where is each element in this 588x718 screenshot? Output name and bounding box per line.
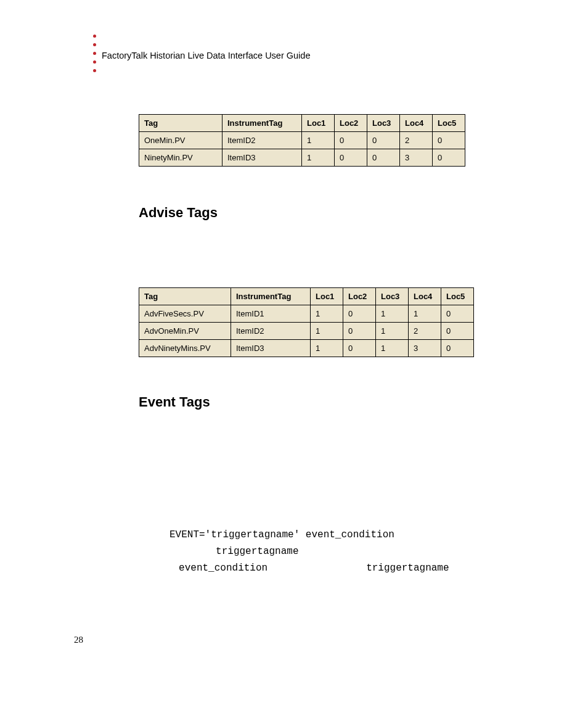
th-loc2: Loc2 [343,288,376,305]
advise-tags-table: Tag InstrumentTag Loc1 Loc2 Loc3 Loc4 Lo… [139,287,474,357]
bullet-dots [93,35,96,72]
cell-loc2: 0 [343,323,376,340]
table-row: AdvFiveSecs.PV ItemID1 1 0 1 1 0 [139,305,474,323]
cell-loc4: 2 [400,132,433,149]
table-row: OneMin.PV ItemID2 1 0 0 2 0 [139,132,465,149]
th-instrumenttag: InstrumentTag [231,288,311,305]
cell-tag: AdvFiveSecs.PV [139,305,231,323]
cell-loc5: 0 [441,323,474,340]
code-triggertagname-1: triggertagname [216,546,298,557]
cell-loc5: 0 [433,132,465,149]
code-event-condition: event_condition [179,563,267,574]
th-loc1: Loc1 [302,115,335,132]
th-loc2: Loc2 [335,115,367,132]
cell-loc5: 0 [433,149,465,167]
th-tag: Tag [139,288,231,305]
cell-tag: OneMin.PV [139,132,223,149]
cell-tag: NinetyMin.PV [139,149,223,167]
section-heading-advise: Advise Tags [139,205,539,221]
cell-loc2: 0 [343,305,376,323]
cell-inst: ItemID2 [231,323,311,340]
cell-loc4: 1 [409,305,441,323]
th-tag: Tag [139,115,223,132]
th-loc4: Loc4 [400,115,433,132]
cell-loc2: 0 [335,149,367,167]
cell-loc1: 1 [311,323,343,340]
cell-loc1: 1 [311,305,343,323]
cell-loc3: 1 [376,323,409,340]
cell-loc4: 3 [409,340,441,357]
cell-tag: AdvOneMin.PV [139,323,231,340]
cell-loc5: 0 [441,340,474,357]
polled-tags-table: Tag InstrumentTag Loc1 Loc2 Loc3 Loc4 Lo… [139,114,465,167]
cell-loc2: 0 [343,340,376,357]
table-row: AdvNinetyMins.PV ItemID3 1 0 1 3 0 [139,340,474,357]
th-loc5: Loc5 [441,288,474,305]
th-loc5: Loc5 [433,115,465,132]
cell-loc2: 0 [335,132,367,149]
cell-loc3: 1 [376,305,409,323]
cell-loc3: 0 [367,149,400,167]
cell-loc3: 0 [367,132,400,149]
cell-inst: ItemID3 [223,149,302,167]
cell-inst: ItemID2 [223,132,302,149]
table-row: NinetyMin.PV ItemID3 1 0 0 3 0 [139,149,465,167]
page-number: 28 [74,635,83,645]
cell-loc4: 2 [409,323,441,340]
code-triggertagname-2: triggertagname [366,563,449,574]
th-loc1: Loc1 [311,288,343,305]
cell-loc5: 0 [441,305,474,323]
cell-inst: ItemID3 [231,340,311,357]
th-loc3: Loc3 [367,115,400,132]
document-title: FactoryTalk Historian Live Data Interfac… [102,51,310,60]
code-event-syntax: EVENT='triggertagname' event_condition [169,529,394,540]
cell-loc4: 3 [400,149,433,167]
table-row: AdvOneMin.PV ItemID2 1 0 1 2 0 [139,323,474,340]
code-line-2: where xxxxtriggertagname [139,543,539,559]
code-line-3: and xevent_condition xxxxxxxxxxxxx xx xx… [139,559,539,576]
cell-loc1: 1 [311,340,343,357]
th-instrumenttag: InstrumentTag [223,115,302,132]
cell-loc1: 1 [302,149,335,167]
th-loc4: Loc4 [409,288,441,305]
cell-inst: ItemID1 [231,305,311,323]
cell-tag: AdvNinetyMins.PV [139,340,231,357]
code-line-1: EVENT='triggertagname' event_condition [139,526,539,543]
th-loc3: Loc3 [376,288,409,305]
cell-loc1: 1 [302,132,335,149]
cell-loc3: 1 [376,340,409,357]
section-heading-event: Event Tags [139,394,539,410]
